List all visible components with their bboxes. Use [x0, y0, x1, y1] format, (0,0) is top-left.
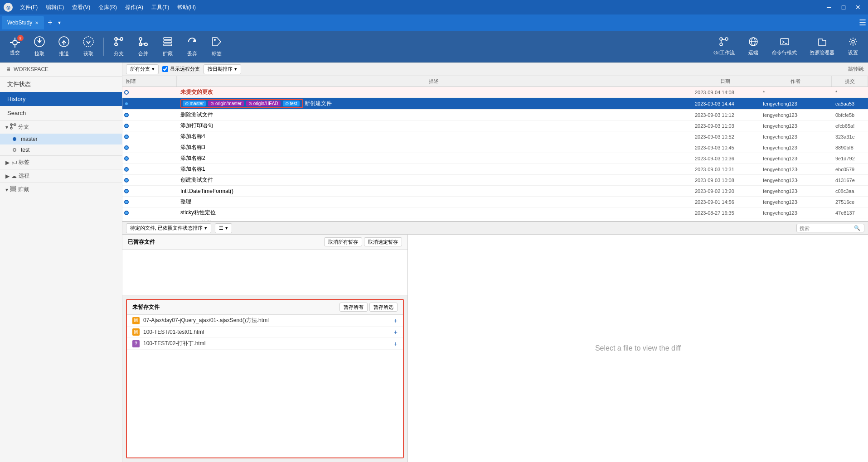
diff-panel: Select a file to view the diff — [408, 235, 868, 462]
menu-repo[interactable]: 仓库(R) — [95, 3, 121, 12]
close-button[interactable]: ✕ — [852, 1, 864, 14]
commit-author: fengyehong123· — [759, 154, 832, 163]
commit-author: * — [759, 88, 832, 96]
tag-button[interactable]: 标签 — [205, 34, 228, 59]
commit-author: fengyehong123· — [759, 209, 832, 217]
terminal-button[interactable]: 命令行模式 — [766, 35, 802, 58]
cancel-selected-stash-button[interactable]: 取消选定暂存 — [364, 237, 402, 246]
branch-button[interactable]: 分支 — [107, 34, 130, 59]
tab-webstudy[interactable]: WebStudy ✕ — [2, 16, 44, 29]
commit-badge: 2 — [17, 35, 24, 41]
file-add-icon[interactable]: + — [394, 340, 398, 347]
commit-hash: 8890bf8 — [832, 144, 868, 152]
tab-bar-menu-icon[interactable]: ☰ — [859, 18, 866, 28]
tab-bar: WebStudy ✕ + ▾ ☰ — [0, 14, 868, 31]
toolbar-right: Git工作流 远端 命令行模式 资源管理器 设置 — [708, 35, 864, 58]
menu-view[interactable]: 查看(V) — [68, 3, 94, 12]
minimize-button[interactable]: ─ — [823, 1, 835, 14]
file-add-icon[interactable]: + — [394, 317, 398, 324]
table-row[interactable]: 创建测试文件 2023-09-03 10:08 fengyehong123· d… — [122, 175, 868, 186]
stash-selected-button[interactable]: 暂存所选 — [369, 303, 398, 312]
sidebar-item-filestatus[interactable]: 文件状态 — [0, 77, 122, 92]
show-remote-checkbox-label: 显示远程分支 — [162, 66, 200, 72]
commit-label: 提交 — [10, 49, 20, 56]
unstashed-buttons: 暂存所有 暂存所选 — [339, 303, 398, 312]
table-row[interactable]: 删除测试文件 2023-09-03 11:12 fengyehong123· 0… — [122, 110, 868, 120]
graph-dot — [124, 124, 129, 128]
merge-label: 合并 — [138, 50, 148, 57]
remote-expand-icon: ▶ — [5, 173, 10, 179]
commit-date: 2023-09-04 14:08 — [691, 88, 759, 96]
commit-date: 2023-08-27 16:35 — [691, 209, 759, 217]
table-row[interactable]: Intl.DateTimeFormat() 2023-09-02 13:20 f… — [122, 186, 868, 197]
menu-action[interactable]: 操作(A) — [121, 3, 147, 12]
sidebar-branch-test[interactable]: test — [0, 144, 122, 155]
table-row[interactable]: 整理 2023-09-01 14:56 fengyehong123· 27516… — [122, 197, 868, 207]
table-row[interactable]: 添加名称1 2023-09-03 10:31 fengyehong123· eb… — [122, 164, 868, 175]
sidebar-item-search[interactable]: Search — [0, 106, 122, 120]
graph-dot — [124, 178, 129, 183]
merge-button[interactable]: 合并 — [132, 34, 155, 59]
svg-point-14 — [139, 38, 142, 40]
filestatus-label: 文件状态 — [7, 80, 31, 88]
branch-circle — [13, 148, 16, 152]
git-flow-button[interactable]: Git工作流 — [708, 35, 740, 58]
discard-button[interactable]: 丢弃 — [181, 34, 204, 59]
list-item[interactable]: M 07-Ajax/day07-jQuery_ajax/01-.ajaxSend… — [127, 315, 403, 327]
table-row[interactable]: 添加打印语句 2023-09-03 11:03 fengyehong123· e… — [122, 120, 868, 131]
view-options-arrow: ▾ — [225, 225, 228, 231]
commit-button[interactable]: 2 提交 — [4, 35, 26, 58]
pull-label: 拉取 — [34, 50, 44, 57]
commit-desc: sticky粘性定位 — [177, 207, 691, 218]
remote-label: 远端 — [748, 49, 758, 56]
stash-button[interactable]: 贮藏 — [156, 34, 179, 59]
menu-edit[interactable]: 编辑(E) — [42, 3, 68, 12]
menu-tools[interactable]: 工具(T) — [148, 3, 173, 12]
fetch-button[interactable]: 获取 — [77, 34, 100, 59]
svg-point-33 — [10, 127, 12, 129]
sidebar-item-history[interactable]: History — [0, 92, 122, 106]
maximize-button[interactable]: □ — [837, 1, 850, 14]
file-filter-dropdown[interactable]: 待定的文件, 已依照文件状态排序 ▾ — [126, 223, 211, 233]
tab-close-icon[interactable]: ✕ — [35, 20, 39, 25]
table-row[interactable]: 未提交的更改 2023-09-04 14:08 * * — [122, 87, 868, 98]
explorer-button[interactable]: 资源管理器 — [804, 35, 840, 58]
table-row[interactable]: ⊙ master ⊙ origin/master ⊙ origin/HEAD ⊙… — [122, 98, 868, 110]
sidebar-branch-master[interactable]: master — [0, 134, 122, 144]
menu-help[interactable]: 帮助(H) — [174, 3, 199, 12]
stash-all-button[interactable]: 暂存所有 — [339, 303, 368, 312]
stashed-header: 已暂存文件 取消所有暂存 取消选定暂存 — [122, 235, 407, 250]
settings-button[interactable]: 设置 — [842, 35, 864, 58]
menu-file[interactable]: 文件(F) — [16, 3, 41, 12]
stash-section[interactable]: ▾ 贮藏 — [0, 183, 122, 196]
show-remote-checkbox[interactable] — [162, 66, 168, 72]
sort-dropdown[interactable]: 按日期排序 ▾ — [204, 64, 241, 74]
file-modified-icon: M — [132, 317, 140, 324]
stashed-section: 已暂存文件 取消所有暂存 取消选定暂存 — [122, 235, 407, 295]
header-desc: 描述 — [177, 76, 691, 87]
remote-section[interactable]: ▶ ☁ 远程 — [0, 169, 122, 183]
branch-tag-origin-master: ⊙ origin/master — [208, 101, 244, 106]
remote-button[interactable]: 远端 — [742, 35, 765, 58]
file-name: 100-TEST/02-打补丁.html — [143, 340, 394, 347]
table-row[interactable]: 添加名称2 2023-09-03 10:36 fengyehong123· 9e… — [122, 153, 868, 164]
branch-filter-dropdown[interactable]: 所有分支 ▾ — [126, 64, 159, 74]
file-add-icon[interactable]: + — [394, 328, 398, 336]
list-item[interactable]: ? 100-TEST/02-打补丁.html + — [127, 338, 403, 350]
tab-add-button[interactable]: + — [44, 18, 56, 28]
list-item[interactable]: M 100-TEST/01-test01.html + — [127, 327, 403, 338]
cancel-all-stash-button[interactable]: 取消所有暂存 — [324, 237, 362, 246]
branch-tag-master: ⊙ master — [183, 101, 206, 106]
table-row[interactable]: 添加名称3 2023-09-03 10:45 fengyehong123· 88… — [122, 142, 868, 153]
tab-dropdown-button[interactable]: ▾ — [56, 19, 63, 26]
pull-button[interactable]: 拉取 — [28, 34, 51, 59]
view-options-button[interactable]: ☰ ▾ — [215, 223, 232, 233]
tag-section[interactable]: ▶ 🏷 标签 — [0, 155, 122, 169]
branch-section[interactable]: ▾ 分支 — [0, 120, 122, 134]
svg-rect-38 — [10, 191, 16, 192]
file-search-input[interactable] — [800, 226, 854, 231]
remote-section-label: 远程 — [19, 172, 29, 180]
table-row[interactable]: sticky粘性定位 2023-08-27 16:35 fengyehong12… — [122, 207, 868, 218]
push-button[interactable]: 推送 — [53, 34, 75, 59]
table-row[interactable]: 添加名称4 2023-09-03 10:52 fengyehong123· 32… — [122, 131, 868, 142]
